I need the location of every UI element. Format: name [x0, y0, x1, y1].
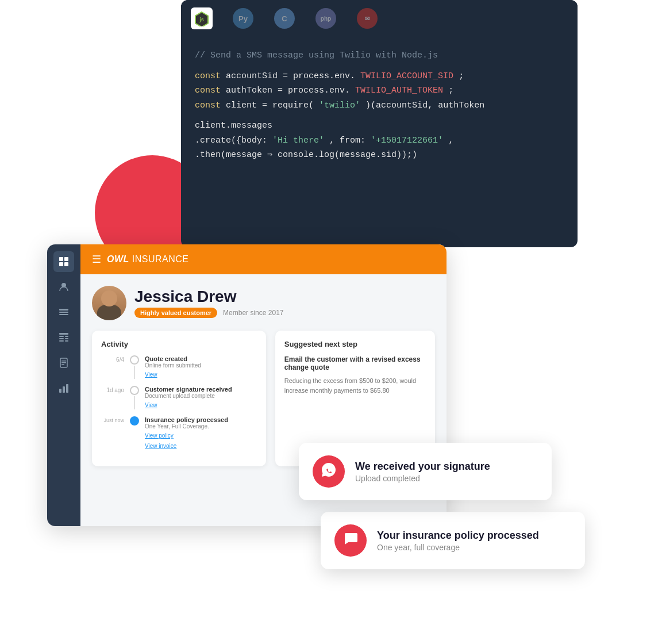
svg-rect-9: [59, 314, 68, 315]
activity-dot-1: [130, 355, 139, 365]
code-str3: 'twilio': [319, 101, 360, 110]
nodejs-icon: js: [191, 7, 213, 29]
activity-item-1: 6/4 Quote created Online form submitted …: [101, 355, 257, 379]
activity-link-3b[interactable]: View invoice: [145, 443, 176, 449]
c-tab[interactable]: C: [273, 7, 296, 30]
sidebar-icon-doc[interactable]: [53, 352, 74, 373]
svg-rect-3: [64, 257, 68, 261]
code-kw3: const: [195, 101, 221, 110]
activity-item-2: 1d ago Customer signature received Docum…: [101, 386, 257, 409]
notif-icon-wrap-2: [334, 524, 367, 557]
activity-sub-3: One Year, Full Coverage.: [145, 423, 228, 430]
python-tab[interactable]: Py: [232, 7, 255, 30]
brand-insurance: INSURANCE: [129, 254, 189, 264]
activity-dot-2: [130, 386, 139, 395]
activity-label-2: Customer signature received: [145, 386, 232, 393]
profile-badges: Highly valued customer Member since 2017: [134, 308, 283, 318]
ruby-icon: ✉: [357, 8, 378, 29]
code-line6-mid: , from:: [329, 136, 371, 145]
activity-time-3: Just now: [101, 416, 124, 450]
code-line7: .then(message ⇒ console.log(message.sid)…: [195, 150, 417, 160]
activity-link-2[interactable]: View: [145, 402, 157, 408]
code-line6-str: 'Hi there': [272, 136, 324, 145]
sidebar-icon-person[interactable]: [53, 277, 74, 297]
svg-rect-13: [59, 338, 64, 339]
activity-line-2: [134, 396, 135, 409]
activity-text-3: Insurance policy processed One Year, Ful…: [145, 416, 228, 450]
svg-rect-4: [59, 262, 63, 266]
code-var3: client = require(: [226, 101, 314, 110]
activity-line-1: [134, 366, 135, 379]
profile-name: Jessica Drew: [134, 288, 283, 306]
code-body: // Send a SMS message using Twilio with …: [181, 37, 578, 174]
activity-dot-wrap-2: [130, 386, 139, 409]
ruby-tab[interactable]: ✉: [356, 7, 379, 30]
code-env2: TWILIO_AUTH_TOKEN: [355, 86, 443, 95]
svg-rect-5: [64, 262, 68, 266]
notif-content-2: Your insurance policy processed One year…: [377, 530, 539, 552]
app-sidebar: [47, 244, 80, 526]
profile-info: Jessica Drew Highly valued customer Memb…: [134, 288, 283, 319]
code-tabs: js Py C php ✉: [181, 0, 578, 37]
app-brand: OWL INSURANCE: [107, 254, 189, 264]
code-panel: js Py C php ✉ // Send a SMS message usin…: [181, 0, 578, 247]
svg-rect-11: [59, 336, 64, 337]
code-line5: client.messages: [195, 121, 272, 131]
code-comment-line: // Send a SMS message using Twilio with …: [195, 51, 438, 60]
notif-icon-wrap-1: [313, 455, 345, 488]
notif-title-2: Your insurance policy processed: [377, 530, 539, 542]
svg-text:js: js: [199, 17, 204, 22]
activity-time-1: 6/4: [101, 355, 124, 379]
php-icon: php: [315, 8, 336, 29]
activity-dot-3: [130, 416, 139, 425]
activity-label-3: Insurance policy processed: [145, 416, 228, 423]
profile-header: Jessica Drew Highly valued customer Memb…: [92, 286, 435, 320]
brand-owl: OWL: [107, 254, 129, 264]
sidebar-icon-table2[interactable]: [53, 327, 74, 348]
member-since: Member since 2017: [223, 309, 283, 317]
code-kw1: const: [195, 71, 221, 81]
sidebar-icon-grid[interactable]: [53, 251, 74, 272]
notification-signature: We received your signature Upload comple…: [299, 443, 552, 500]
code-end1: ;: [459, 71, 464, 81]
code-line6-end: ,: [448, 136, 453, 145]
svg-rect-21: [59, 389, 61, 393]
python-icon: Py: [233, 8, 253, 29]
activity-time-2: 1d ago: [101, 386, 124, 409]
activity-text-1: Quote created Online form submitted View: [145, 355, 201, 379]
activity-dot-wrap-3: [130, 416, 139, 450]
menu-icon[interactable]: ☰: [92, 253, 101, 266]
code-var1: accountSid = process.env.: [226, 71, 355, 81]
sidebar-icon-table1[interactable]: [53, 302, 74, 323]
svg-rect-22: [63, 386, 65, 393]
notification-policy: Your insurance policy processed One year…: [321, 512, 585, 569]
activity-sub-1: Online form submitted: [145, 362, 201, 369]
svg-rect-16: [65, 340, 68, 342]
whatsapp-icon: [321, 462, 337, 481]
code-line6-start: .create({body:: [195, 136, 272, 145]
activity-label-1: Quote created: [145, 355, 201, 362]
code-var2: authToken = process.env.: [226, 86, 350, 95]
avatar-body: [97, 304, 121, 320]
app-header: ☰ OWL INSURANCE: [80, 244, 447, 274]
svg-rect-7: [59, 309, 68, 310]
svg-rect-15: [59, 340, 64, 342]
next-step-description: Reducing the excess from $500 to $200, w…: [284, 376, 426, 395]
code-end3: )(accountSid, authToken: [365, 101, 484, 110]
svg-rect-23: [66, 384, 68, 393]
sidebar-icon-chart[interactable]: [53, 378, 74, 398]
activity-sub-2: Document upload complete: [145, 393, 232, 399]
nodejs-tab[interactable]: js: [190, 7, 213, 30]
svg-rect-18: [61, 361, 66, 362]
php-tab[interactable]: php: [314, 7, 337, 30]
next-step-title: Suggested next step: [284, 340, 426, 348]
svg-rect-14: [65, 338, 68, 339]
activity-item-3: Just now Insurance policy processed One …: [101, 416, 257, 450]
activity-link-1[interactable]: View: [145, 371, 157, 378]
avatar: [92, 286, 126, 320]
notif-sub-1: Upload completed: [355, 474, 490, 483]
notif-sub-2: One year, full coverage: [377, 543, 539, 552]
code-kw2: const: [195, 86, 221, 95]
activity-dot-wrap-1: [130, 355, 139, 379]
activity-link-3a[interactable]: View policy: [145, 432, 174, 439]
